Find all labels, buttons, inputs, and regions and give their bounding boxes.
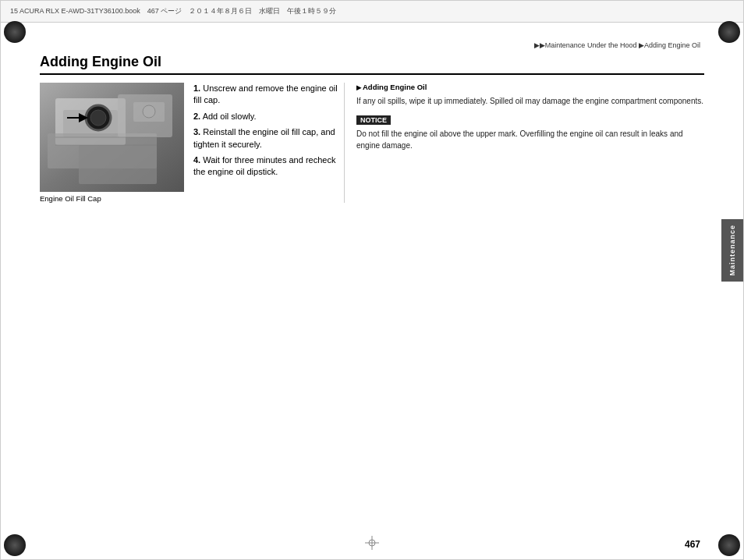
step-2: 2. Add oil slowly.: [193, 111, 344, 122]
right-section-title: Adding Engine Oil: [356, 83, 704, 91]
circle-bottom-left: [4, 534, 26, 556]
notice-text: Do not fill the engine oil above the upp…: [356, 128, 704, 151]
step-1: 1. Unscrew and remove the engine oil fil…: [193, 83, 344, 107]
step-1-text: Unscrew and remove the engine oil fill c…: [193, 83, 338, 105]
side-tab-label: Maintenance: [728, 225, 736, 276]
left-column: Engine Oil Fill Cap 1. Unscrew and remov…: [40, 83, 344, 203]
step-2-text: Add oil slowly.: [203, 112, 257, 121]
step-3-text: Reinstall the engine oil fill cap, and t…: [193, 127, 335, 148]
circle-top-right: [718, 21, 740, 43]
svg-rect-19: [79, 145, 157, 184]
engine-image-inner: [40, 83, 184, 192]
right-section-info-text: If any oil spills, wipe it up immediatel…: [356, 95, 704, 107]
header-bar: 15 ACURA RLX E-AWD-31TY36100.book 467 ペー…: [1, 1, 743, 23]
content-row: Engine Oil Fill Cap 1. Unscrew and remov…: [40, 83, 344, 203]
step-4-text: Wait for three minutes and recheck the e…: [193, 155, 335, 176]
page-container: 15 ACURA RLX E-AWD-31TY36100.book 467 ペー…: [0, 0, 744, 560]
circle-top-left: [4, 21, 26, 43]
circle-bottom-right: [718, 534, 740, 556]
two-column-layout: Engine Oil Fill Cap 1. Unscrew and remov…: [40, 83, 704, 203]
crosshair-bottom-mid: [363, 534, 381, 551]
side-tab: Maintenance: [721, 219, 743, 282]
image-caption: Engine Oil Fill Cap: [40, 194, 184, 203]
breadcrumb-part1: ▶▶Maintenance Under the Hood: [534, 41, 637, 49]
step-3: 3. Reinstall the engine oil fill cap, an…: [193, 126, 344, 151]
image-section: Engine Oil Fill Cap: [40, 83, 184, 203]
step-1-number: 1.: [193, 83, 200, 93]
file-info: 15 ACURA RLX E-AWD-31TY36100.book 467 ペー…: [10, 6, 734, 16]
page-number: 467: [685, 539, 700, 550]
svg-point-22: [90, 110, 106, 126]
notice-box: NOTICE Do not fill the engine oil above …: [356, 115, 704, 151]
page-title: Adding Engine Oil: [40, 54, 704, 75]
step-2-number: 2.: [193, 112, 200, 121]
right-column: Adding Engine Oil If any oil spills, wip…: [344, 83, 704, 203]
breadcrumb: ▶▶Maintenance Under the Hood ▶Adding Eng…: [534, 41, 700, 49]
notice-label: NOTICE: [356, 115, 391, 125]
breadcrumb-part2: ▶Adding Engine Oil: [639, 41, 700, 49]
steps-section: 1. Unscrew and remove the engine oil fil…: [193, 83, 344, 183]
step-4-number: 4.: [193, 155, 200, 165]
step-3-number: 3.: [193, 127, 200, 136]
engine-image: [40, 83, 184, 192]
svg-point-27: [143, 105, 155, 118]
step-4: 4. Wait for three minutes and recheck th…: [193, 154, 344, 179]
